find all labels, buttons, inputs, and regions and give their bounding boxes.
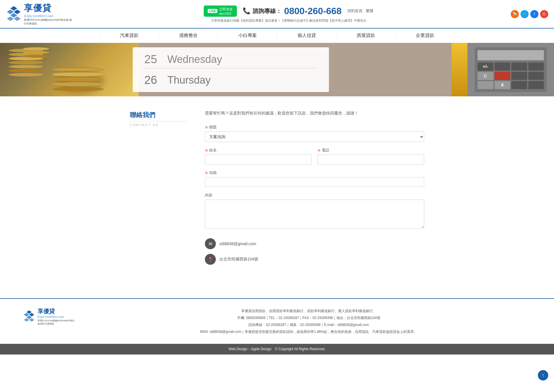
logo-diamond-icon xyxy=(6,4,22,24)
home-link[interactable]: 回到首頁 xyxy=(347,8,362,14)
svg-marker-9 xyxy=(27,316,32,319)
hero-gold-strip xyxy=(452,43,467,96)
title-select[interactable]: 方案洽詢 一般詢問 意見回饋 其他 xyxy=(205,132,424,142)
calendar-day25-num: 25 xyxy=(144,53,162,66)
section-title-area: 聯絡我們 CONTACT US xyxy=(130,111,188,269)
svg-marker-8 xyxy=(29,313,34,316)
lang-link[interactable]: 繁體 xyxy=(366,8,373,14)
footer-logo-area: 享優貸 Enjoy excellent Loan 和潤(TOYOTA)裕融(NI… xyxy=(23,307,75,325)
nav-item-car-loan[interactable]: 汽車貸款 xyxy=(100,29,159,43)
hero-banner: 25 Wednesday 26 Thursday +/- C 4 xyxy=(0,43,554,96)
section-title: 聯絡我們 xyxy=(130,111,188,119)
phone-icon: 📞 xyxy=(243,7,250,15)
name-input[interactable] xyxy=(205,155,312,164)
logo-area: 享優貸 Enjoy excellent Loan 和潤(TOYOTA)裕融(NI… xyxy=(6,2,72,26)
hero-calendar: 25 Wednesday 26 Thursday xyxy=(133,47,329,92)
footer-logo-subtitle: Enjoy excellent Loan xyxy=(38,315,75,318)
form-group-name: ※ 姓名 xyxy=(205,148,312,164)
nav-item-debt[interactable]: 債務整合 xyxy=(159,29,218,43)
footer-info-area: 享優貸信用貸款、信用貸款率利最低銀行、貸款率利最低銀行、重人貸款率利最低銀行、 … xyxy=(87,307,531,335)
phone-number: 0800-260-668 xyxy=(284,6,341,16)
facebook-icon[interactable]: f xyxy=(530,10,538,18)
svg-marker-10 xyxy=(29,318,34,322)
header: 享優貸 Enjoy excellent Loan 和潤(TOYOTA)裕融(NI… xyxy=(0,0,554,29)
form-group-email: ※ 信箱 xyxy=(205,170,424,187)
header-nav-links: 回到首頁 繁體 xyxy=(347,8,373,14)
svg-marker-5 xyxy=(7,16,14,21)
contact-form-area: 需要幫忙嗎？這是對我們有任何的建議，歡迎您留下訊息，我們會盡快回覆您，謝謝！ ※… xyxy=(205,111,424,269)
svg-marker-6 xyxy=(27,310,32,314)
content-textarea[interactable] xyxy=(205,200,424,228)
main-nav: 汽車貸款 債務整合 小白專案 個人信貸 房屋貸款 企業貸款 xyxy=(0,29,554,43)
hero-coins xyxy=(0,43,138,96)
svg-marker-11 xyxy=(24,318,29,322)
logo-tagline: 和潤(TOYOTA)裕融(NISSAN)中租合迪 銀行汽車貸款 xyxy=(24,18,72,26)
email-icon: ✉ xyxy=(205,238,216,249)
footer-bottom: Web Design－Apple Design © Copyright All … xyxy=(0,344,554,355)
address-text: 台北市民權西路104號 xyxy=(219,257,258,262)
required-star-phone: ※ xyxy=(317,148,321,153)
svg-marker-7 xyxy=(24,313,29,316)
logo-subtitle: Enjoy excellent Loan xyxy=(24,14,72,18)
footer-logo-tagline: 和潤(TOYOTA)裕融(NISSAN)中租合迪 銀行汽車貸款 xyxy=(38,319,75,325)
line-icon: LINE xyxy=(208,9,217,13)
contact-info-block: ✉ st88838@gmail.com 📍 台北市民權西路104號 xyxy=(205,238,424,265)
email-input[interactable] xyxy=(205,177,424,187)
phone-input[interactable] xyxy=(317,155,424,164)
consultation-label: 諮詢專線： xyxy=(253,7,282,15)
main-content: 聯絡我們 CONTACT US 需要幫忙嗎？這是對我們有任何的建議，歡迎您留下訊… xyxy=(118,111,436,269)
section-subtitle: CONTACT US xyxy=(130,123,188,127)
svg-marker-0 xyxy=(10,6,17,11)
calendar-day26-label: Thursday xyxy=(167,74,211,86)
location-icon: 📍 xyxy=(205,254,216,265)
svg-marker-3 xyxy=(10,13,17,18)
nav-item-biz-loan[interactable]: 企業貸款 xyxy=(396,29,455,43)
line-id: abc1563 xyxy=(219,12,233,15)
phone-area: 📞 諮詢專線： 0800-260-668 xyxy=(243,6,341,16)
nav-item-home-loan[interactable]: 房屋貸款 xyxy=(336,29,396,43)
line-label: 立即加友 xyxy=(219,7,233,12)
hero-calculator: +/- C 4 xyxy=(467,43,554,96)
logo-title: 享優貸 xyxy=(24,2,72,14)
footer: 享優貸 Enjoy excellent Loan 和潤(TOYOTA)裕融(NI… xyxy=(0,298,554,344)
line-button[interactable]: LINE 立即加友 abc1563 xyxy=(204,5,237,17)
calendar-day25-label: Wednesday xyxy=(167,53,222,65)
footer-line4: MSN: st88838@gmail.com｜享優貸提供您最完善的貸款諮詢，超低… xyxy=(87,328,531,335)
required-star-name: ※ xyxy=(205,148,208,153)
email-text: st88838@gmail.com xyxy=(219,241,256,246)
form-group-title: ※ 標題 方案洽詢 一般詢問 意見回饋 其他 xyxy=(205,125,424,142)
form-label-content: 內容 xyxy=(205,193,424,198)
svg-marker-4 xyxy=(14,16,21,21)
footer-line3: 諮詢專線：02-29288287｜傳真：02-29289398｜E-mail：s… xyxy=(87,321,531,328)
required-star-email: ※ xyxy=(205,171,208,175)
footer-line1: 享優貸信用貸款、信用貸款率利最低銀行、貸款率利最低銀行、重人貸款率利最低銀行、 xyxy=(87,307,531,314)
twitter-icon[interactable]: 🐦 xyxy=(521,10,529,18)
header-center: LINE 立即加友 abc1563 📞 諮詢專線： 0800-260-668 回… xyxy=(72,5,505,23)
footer-logo-title: 享優貸 xyxy=(38,307,75,315)
header-info-text: 力率利最低銀行情匯【低利貸款專案】資訊最多！【專辦銀行設途中】解決差利問題【急半… xyxy=(211,18,366,23)
nav-item-whitelist[interactable]: 小白專案 xyxy=(218,29,277,43)
rss-icon[interactable]: 📡 xyxy=(511,10,519,18)
footer-line2: 手機: 0800260668｜TEL：02-29288287｜FAX：02-29… xyxy=(87,314,531,321)
form-label-name: ※ 姓名 xyxy=(205,148,312,153)
form-label-title: ※ 標題 xyxy=(205,125,424,130)
nav-item-personal-loan[interactable]: 個人信貸 xyxy=(277,29,336,43)
calendar-day26-num: 26 xyxy=(144,74,162,87)
svg-marker-2 xyxy=(14,10,21,14)
form-label-phone: ※ 電話 xyxy=(317,148,424,153)
form-label-email: ※ 信箱 xyxy=(205,170,424,175)
google-icon[interactable]: G xyxy=(540,10,548,18)
contact-intro: 需要幫忙嗎？這是對我們有任何的建議，歡迎您留下訊息，我們會盡快回覆您，謝謝！ xyxy=(205,111,424,116)
logo-text: 享優貸 Enjoy excellent Loan 和潤(TOYOTA)裕融(NI… xyxy=(24,2,72,26)
email-info-item: ✉ st88838@gmail.com xyxy=(205,238,424,249)
required-star-title: ※ xyxy=(205,125,208,130)
svg-marker-1 xyxy=(7,10,14,14)
form-group-phone: ※ 電話 xyxy=(317,148,424,164)
address-info-item: 📍 台北市民權西路104號 xyxy=(205,254,424,265)
footer-logo-icon xyxy=(23,308,35,325)
copyright-text: Web Design－Apple Design © Copyright All … xyxy=(229,347,325,351)
social-icons: 📡 🐦 f G xyxy=(511,10,548,18)
form-group-content: 內容 xyxy=(205,193,424,230)
